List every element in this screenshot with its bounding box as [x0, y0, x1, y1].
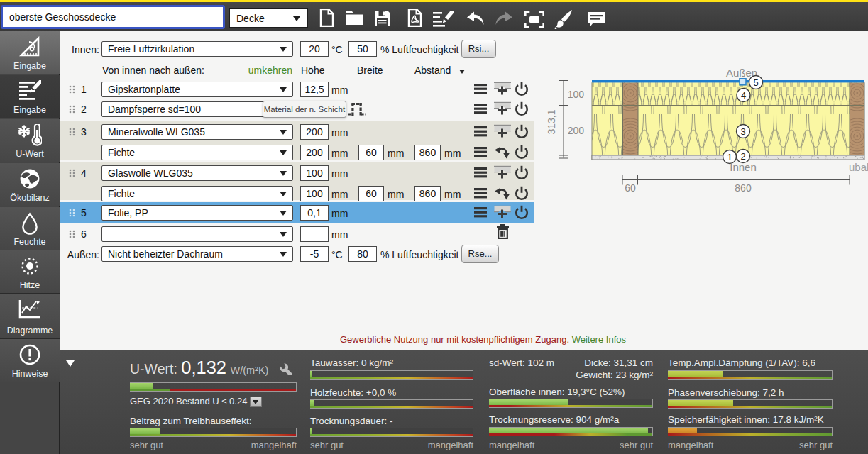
svg-text:100: 100	[568, 89, 585, 100]
svg-text:5: 5	[753, 77, 758, 88]
svg-text:ubakus: ubakus	[849, 161, 868, 173]
svg-text:860: 860	[735, 182, 752, 194]
svg-text:1: 1	[727, 152, 732, 162]
svg-text:4: 4	[741, 90, 746, 101]
svg-text:2: 2	[740, 151, 745, 162]
svg-text:200: 200	[568, 125, 585, 136]
svg-text:60: 60	[625, 182, 636, 194]
svg-text:3: 3	[740, 126, 745, 137]
svg-text:313,1: 313,1	[546, 109, 557, 134]
